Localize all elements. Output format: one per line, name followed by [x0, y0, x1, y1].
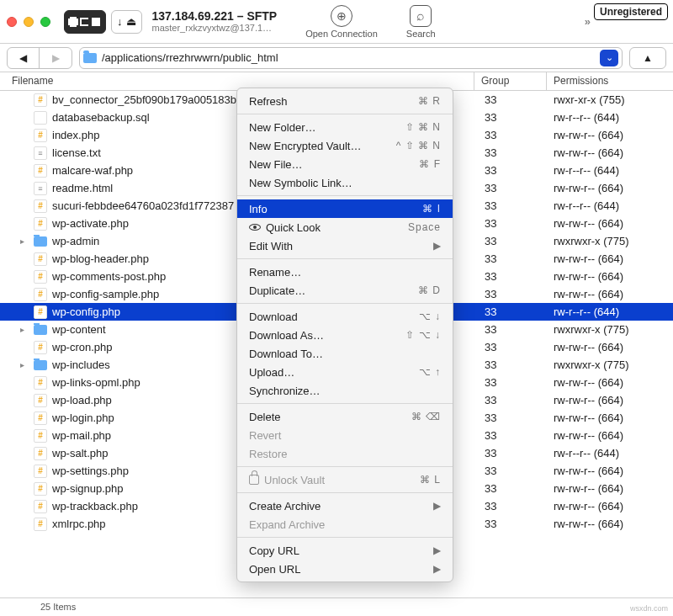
sql-file-icon: [34, 111, 47, 125]
grid-icon: [70, 19, 77, 25]
file-name: wp-trackback.php: [52, 500, 138, 512]
menu-separator: [237, 258, 453, 259]
file-name: wp-salt.php: [52, 447, 108, 459]
file-group: 33: [474, 394, 547, 406]
menu-rename[interactable]: Rename…: [237, 263, 453, 281]
file-name: wp-login.php: [52, 412, 114, 424]
file-group: 33: [474, 305, 547, 318]
file-group: 33: [474, 341, 547, 353]
file-permissions: rw-rw-r-- (664): [547, 217, 673, 230]
file-group: 33: [474, 252, 547, 265]
file-group: 33: [474, 447, 547, 459]
text-file-icon: ≡: [34, 146, 47, 160]
window-controls: [7, 17, 59, 27]
globe-plus-icon: ⊕: [331, 5, 352, 27]
file-permissions: rw-rw-r-- (664): [547, 376, 673, 389]
file-group: 33: [474, 482, 547, 495]
text-file-icon: ≡: [34, 182, 47, 195]
menu-upload[interactable]: Upload…⌥ ↑: [237, 363, 453, 381]
arrow-down-icon: ↓: [117, 15, 123, 28]
menu-new-file[interactable]: New File…⌘ F: [237, 155, 453, 173]
file-group: 33: [474, 93, 547, 106]
php-file-icon: #: [34, 305, 47, 319]
menu-delete[interactable]: Delete⌘ ⌫: [237, 407, 453, 426]
php-file-icon: #: [34, 129, 47, 142]
menu-edit-with[interactable]: Edit With▶: [237, 236, 453, 255]
file-name: license.txt: [52, 146, 101, 159]
menu-download-as[interactable]: Download As…⇧ ⌥ ↓: [237, 326, 453, 344]
forward-button[interactable]: ▶: [40, 48, 72, 68]
php-file-icon: #: [34, 199, 47, 213]
open-connection-button[interactable]: ⊕ Open Connection: [305, 5, 378, 39]
menu-open-url[interactable]: Open URL▶: [237, 560, 453, 578]
submenu-arrow-icon: ▶: [433, 240, 441, 252]
menu-download-to[interactable]: Download To…: [237, 344, 453, 363]
folder-icon: [34, 325, 47, 335]
menu-info[interactable]: Info⌘ I: [237, 199, 453, 218]
menu-create-archive[interactable]: Create Archive▶: [237, 497, 453, 515]
file-name: wp-mail.php: [52, 429, 111, 442]
file-group: 33: [474, 235, 547, 247]
close-window-button[interactable]: [7, 17, 17, 27]
disclosure-triangle[interactable]: ▸: [20, 236, 29, 246]
php-file-icon: #: [34, 288, 47, 301]
php-file-icon: #: [34, 518, 47, 531]
menu-synchronize[interactable]: Synchronize…: [237, 381, 453, 400]
column-permissions[interactable]: Permissions: [547, 72, 673, 90]
file-name: wp-settings.php: [52, 465, 129, 477]
menu-new-vault[interactable]: New Encrypted Vault…^ ⇧ ⌘ N: [237, 136, 453, 155]
file-name: wp-load.php: [52, 394, 112, 406]
menu-unlock-vault: Unlock Vault⌘ L: [237, 470, 453, 489]
unregistered-badge[interactable]: Unregistered: [594, 3, 668, 20]
file-permissions: rw-rw-r-- (664): [547, 500, 673, 512]
menu-separator: [237, 403, 453, 404]
zoom-window-button[interactable]: [40, 17, 50, 27]
file-name: wp-signup.php: [52, 482, 124, 495]
menu-separator: [237, 114, 453, 114]
toolbar-action-group[interactable]: ↓ ⏏: [111, 10, 142, 34]
file-group: 33: [474, 465, 547, 477]
menu-separator: [237, 492, 453, 493]
window-title: 137.184.69.221 – SFTP master_rxkzvyxtwz@…: [152, 9, 278, 35]
menu-quicklook[interactable]: Quick LookSpace: [237, 218, 453, 236]
menu-refresh[interactable]: Refresh⌘ R: [237, 92, 453, 110]
back-button[interactable]: ◀: [8, 48, 40, 68]
host-title: 137.184.69.221 – SFTP: [152, 9, 278, 24]
disclosure-triangle[interactable]: ▸: [20, 360, 29, 369]
php-file-icon: #: [34, 447, 47, 460]
toolbar-overflow-icon[interactable]: »: [585, 15, 591, 28]
file-name: readme.html: [52, 182, 113, 194]
menu-revert: Revert: [237, 426, 453, 444]
file-permissions: rwxrwxr-x (775): [547, 323, 673, 336]
menu-copy-url[interactable]: Copy URL▶: [237, 541, 453, 560]
toolbar-mode-group[interactable]: [64, 10, 106, 34]
file-group: 33: [474, 518, 547, 530]
go-up-button[interactable]: ▲: [629, 47, 666, 69]
menu-separator: [237, 195, 453, 196]
file-name: bv_connector_25bf090b179a005183b: [52, 93, 236, 106]
search-button[interactable]: ⌕ Search: [406, 5, 436, 39]
file-permissions: rw-r--r-- (644): [547, 199, 673, 212]
file-permissions: rw-rw-r-- (664): [547, 129, 673, 141]
minimize-window-button[interactable]: [24, 17, 34, 27]
file-permissions: rw-rw-r-- (664): [547, 465, 673, 477]
path-dropdown-icon[interactable]: ⌄: [600, 50, 618, 66]
disclosure-triangle[interactable]: ▸: [20, 325, 29, 334]
path-field[interactable]: /applications/rrezhrwwrn/public_html ⌄: [79, 47, 623, 69]
file-group: 33: [474, 500, 547, 512]
submenu-arrow-icon: ▶: [433, 500, 441, 512]
php-file-icon: #: [34, 500, 47, 513]
menu-download[interactable]: Download⌥ ↓: [237, 307, 453, 326]
file-permissions: rw-rw-r-- (664): [547, 341, 673, 353]
column-group[interactable]: Group: [474, 72, 547, 90]
magnify-icon: ⌕: [410, 5, 432, 27]
php-file-icon: #: [34, 252, 47, 266]
menu-new-symlink[interactable]: New Symbolic Link…: [237, 173, 453, 192]
file-name: wp-blog-header.php: [52, 252, 149, 265]
file-permissions: rwxr-xr-x (755): [547, 93, 673, 106]
menu-separator: [237, 537, 453, 538]
menu-duplicate[interactable]: Duplicate…⌘ D: [237, 281, 453, 300]
php-file-icon: #: [34, 93, 47, 107]
file-group: 33: [474, 111, 547, 124]
menu-new-folder[interactable]: New Folder…⇧ ⌘ N: [237, 118, 453, 136]
